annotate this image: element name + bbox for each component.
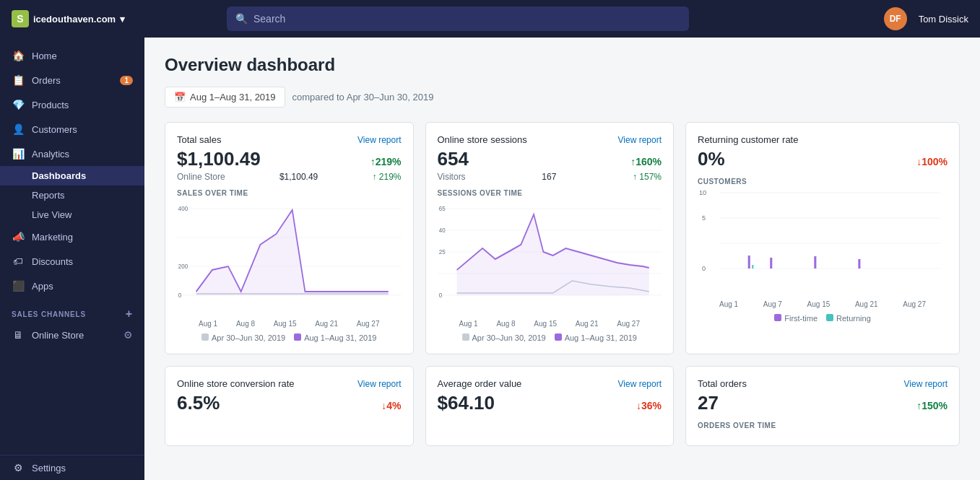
sidebar-item-label: Apps xyxy=(32,281,53,292)
top-cards-row: Total sales View report $1,100.49 ↑219% … xyxy=(165,122,960,354)
user-name[interactable]: Tom Dissick xyxy=(919,14,968,25)
top-navigation: S icedouthaven.com ▾ 🔍 DF Tom Dissick xyxy=(0,0,980,38)
avg-order-value-card: Average order value View report $64.10 ↓… xyxy=(425,366,675,446)
search-icon: 🔍 xyxy=(235,13,248,25)
total-sales-title: Total sales xyxy=(177,134,221,145)
x-label-5: Aug 27 xyxy=(617,320,640,328)
date-range-button[interactable]: 📅 Aug 1–Aug 31, 2019 xyxy=(165,87,285,108)
sessions-view-report[interactable]: View report xyxy=(618,135,662,145)
svg-text:5: 5 xyxy=(702,214,706,222)
online-store-label: Online Store xyxy=(177,172,225,182)
total-orders-card: Total orders View report 27 ↑150% ORDERS… xyxy=(685,366,960,446)
search-input[interactable] xyxy=(253,13,680,25)
sidebar-item-analytics[interactable]: 📊 Analytics xyxy=(0,141,144,166)
total-orders-change: ↑150% xyxy=(916,400,948,411)
sidebar-item-customers[interactable]: 👤 Customers xyxy=(0,117,144,141)
conversion-view-report[interactable]: View report xyxy=(357,379,401,389)
sidebar-item-home[interactable]: 🏠 Home xyxy=(0,43,144,68)
sidebar-item-reports[interactable]: Reports xyxy=(0,186,144,205)
bottom-cards-row: Online store conversion rate View report… xyxy=(165,366,960,446)
date-bar: 📅 Aug 1–Aug 31, 2019 compared to Apr 30–… xyxy=(165,87,960,108)
visitors-value: 167 xyxy=(542,172,556,182)
main-content: Overview dashboard 📅 Aug 1–Aug 31, 2019 … xyxy=(144,38,980,480)
svg-text:10: 10 xyxy=(699,189,706,196)
x-label-4: Aug 21 xyxy=(315,320,338,328)
sessions-chart-legend: Apr 30–Jun 30, 2019 Aug 1–Aug 31, 2019 xyxy=(438,333,662,342)
sessions-value: 654 xyxy=(438,148,469,170)
conversion-rate-card: Online store conversion rate View report… xyxy=(165,366,414,446)
store-selector[interactable]: S icedouthaven.com ▾ xyxy=(12,10,125,27)
total-sales-card: Total sales View report $1,100.49 ↑219% … xyxy=(165,122,414,354)
online-store-value: $1,100.49 xyxy=(279,172,318,182)
products-icon: 💎 xyxy=(12,98,25,111)
sessions-chart-label: SESSIONS OVER TIME xyxy=(438,189,662,197)
sidebar-item-label: Home xyxy=(32,51,57,61)
sidebar-item-marketing[interactable]: 📣 Marketing xyxy=(0,224,144,249)
total-sales-change: ↑219% xyxy=(370,156,402,167)
sidebar-item-orders[interactable]: 📋 Orders 1 xyxy=(0,68,144,92)
apps-icon: ⬛ xyxy=(12,279,25,292)
sessions-title: Online store sessions xyxy=(438,134,527,145)
total-orders-view-report[interactable]: View report xyxy=(904,379,948,389)
x-label-3: Aug 15 xyxy=(807,300,831,308)
avatar[interactable]: DF xyxy=(884,7,907,30)
returning-rate-value: 0% xyxy=(698,148,725,170)
sidebar: 🏠 Home 📋 Orders 1 💎 Products 👤 Customers… xyxy=(0,38,144,480)
store-name-label: icedouthaven.com xyxy=(33,14,116,25)
total-sales-view-report[interactable]: View report xyxy=(357,135,401,145)
marketing-icon: 📣 xyxy=(12,230,25,243)
sidebar-item-apps[interactable]: ⬛ Apps xyxy=(0,274,144,298)
returning-rate-change: ↓100% xyxy=(916,156,948,167)
svg-text:65: 65 xyxy=(438,205,445,213)
x-label-3: Aug 15 xyxy=(274,320,297,328)
returning-rate-title: Returning customer rate xyxy=(698,134,798,145)
x-label-1: Aug 1 xyxy=(719,300,738,308)
sidebar-item-discounts[interactable]: 🏷 Discounts xyxy=(0,249,144,274)
home-icon: 🏠 xyxy=(12,49,25,62)
x-label-2: Aug 8 xyxy=(496,320,515,328)
sidebar-item-liveview[interactable]: Live View xyxy=(0,205,144,224)
x-label-1: Aug 1 xyxy=(199,320,217,328)
x-label-5: Aug 27 xyxy=(903,300,926,308)
svg-text:40: 40 xyxy=(438,227,445,235)
sidebar-item-label: Dashboards xyxy=(32,170,86,181)
sales-chart-label: SALES OVER TIME xyxy=(177,189,402,197)
search-bar[interactable]: 🔍 xyxy=(227,6,689,31)
sidebar-item-label: Live View xyxy=(32,209,71,220)
sidebar-item-products[interactable]: 💎 Products xyxy=(0,92,144,117)
chevron-down-icon: ▾ xyxy=(120,14,125,25)
analytics-icon: 📊 xyxy=(12,147,25,160)
online-store-change: ↑ 219% xyxy=(372,172,401,182)
conversion-rate-title: Online store conversion rate xyxy=(177,378,295,389)
x-label-2: Aug 7 xyxy=(763,300,782,308)
avg-order-view-report[interactable]: View report xyxy=(618,379,662,389)
sales-channels-header: SALES CHANNELS + xyxy=(0,298,144,323)
sidebar-item-dashboards[interactable]: Dashboards xyxy=(0,166,144,186)
sidebar-item-label: Products xyxy=(32,100,69,110)
total-sales-value: $1,100.49 xyxy=(177,148,261,170)
add-sales-channel-button[interactable]: + xyxy=(126,308,133,320)
date-compare-label: compared to Apr 30–Jun 30, 2019 xyxy=(292,92,434,102)
date-range-label: Aug 1–Aug 31, 2019 xyxy=(190,92,276,102)
sessions-card: Online store sessions View report 654 ↑1… xyxy=(425,122,675,354)
sidebar-item-label: Analytics xyxy=(32,149,69,160)
sidebar-item-settings[interactable]: ⚙ Settings xyxy=(0,455,144,480)
sidebar-item-onlinestore[interactable]: 🖥 Online Store ⚙ xyxy=(0,323,144,347)
visitors-change: ↑ 157% xyxy=(633,172,662,182)
x-label-3: Aug 15 xyxy=(534,320,557,328)
x-label-4: Aug 21 xyxy=(855,300,878,308)
svg-text:0: 0 xyxy=(438,292,442,300)
settings-gear-icon[interactable]: ⚙ xyxy=(123,329,133,341)
avg-order-title: Average order value xyxy=(438,378,522,389)
avg-order-value: $64.10 xyxy=(438,392,495,414)
onlinestore-icon: 🖥 xyxy=(12,328,25,341)
shopify-logo: S xyxy=(12,10,29,27)
svg-text:25: 25 xyxy=(438,248,445,256)
sessions-change: ↑160% xyxy=(630,156,662,167)
conversion-rate-change: ↓4% xyxy=(381,400,401,411)
sidebar-item-label: Customers xyxy=(32,124,77,135)
svg-text:0: 0 xyxy=(178,292,182,300)
sidebar-item-label: Discounts xyxy=(32,256,73,267)
x-label-2: Aug 8 xyxy=(236,320,255,328)
orders-chart-label: ORDERS OVER TIME xyxy=(698,422,948,429)
